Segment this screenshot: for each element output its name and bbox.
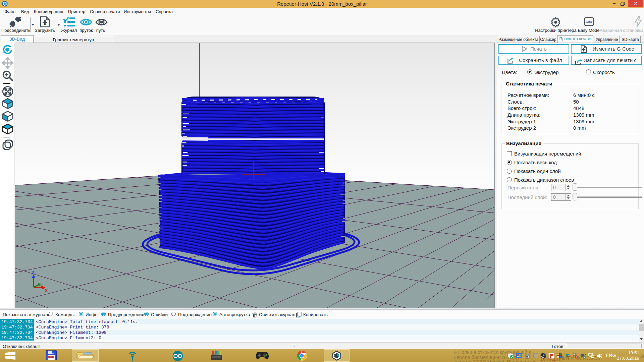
svg-text:Y: Y	[40, 284, 43, 289]
svg-text:X: X	[45, 288, 48, 293]
svg-text:Z: Z	[32, 269, 35, 275]
svg-text:EASY: EASY	[586, 20, 592, 23]
